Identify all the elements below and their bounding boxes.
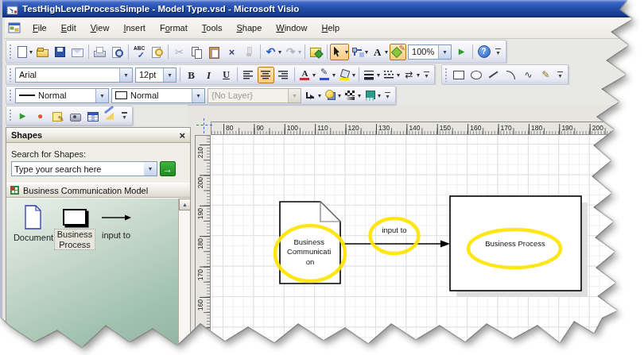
menu-insert[interactable]: Insert <box>116 20 153 36</box>
zoom-level-combo[interactable]: 100%▾ <box>408 44 452 60</box>
connector-tool-button[interactable]: ▾ <box>350 44 369 60</box>
spelling-button[interactable] <box>131 44 148 60</box>
chevron-down-icon[interactable]: ▾ <box>318 92 321 99</box>
chevron-down-icon[interactable]: ▾ <box>397 71 400 79</box>
search-dropdown-button[interactable]: ▾ <box>144 161 157 176</box>
print-button[interactable] <box>91 44 108 60</box>
text-color-button[interactable]: A▾ <box>297 67 316 83</box>
menu-file[interactable]: File <box>25 20 54 36</box>
chevron-down-icon[interactable]: ▾ <box>119 68 132 82</box>
chevron-down-icon[interactable]: ▾ <box>278 48 281 56</box>
bold-button[interactable]: B <box>183 67 200 83</box>
menu-window[interactable]: Window <box>269 20 314 36</box>
rectangle-tool-button[interactable] <box>450 67 467 83</box>
chevron-down-icon[interactable]: ▾ <box>312 71 316 79</box>
fill-style-combo[interactable]: Normal▾ <box>111 88 205 103</box>
master-business-process[interactable]: Business Process <box>54 205 95 250</box>
redo-button[interactable]: ↷▾ <box>283 44 302 60</box>
line-style-combo[interactable]: Normal▾ <box>15 88 109 103</box>
font-size-combo[interactable]: 12pt▾ <box>135 68 177 83</box>
measure-button[interactable] <box>102 107 118 124</box>
chevron-down-icon[interactable]: ▾ <box>338 92 341 99</box>
help-button[interactable] <box>475 44 492 60</box>
chevron-down-icon[interactable]: ▾ <box>298 48 301 56</box>
layer-combo[interactable]: {No Layer}▾ <box>208 88 301 103</box>
chevron-down-icon[interactable]: ▾ <box>377 71 380 79</box>
chevron-down-icon[interactable]: ▾ <box>365 48 368 56</box>
vertical-ruler[interactable]: 210200190180170160150 <box>195 135 211 355</box>
shapes-window-button[interactable] <box>308 44 324 60</box>
master-document[interactable]: Document <box>13 205 54 243</box>
chevron-down-icon[interactable]: ▾ <box>352 71 355 79</box>
align-center-button[interactable] <box>258 67 274 83</box>
transparency-button[interactable]: ▾ <box>363 87 382 104</box>
play-button[interactable]: ▶ <box>453 44 470 60</box>
mail-button[interactable] <box>69 44 86 60</box>
toolbar-drag-handle[interactable] <box>9 44 12 60</box>
align-right-button[interactable] <box>275 67 292 83</box>
master-input-to[interactable]: input to <box>95 205 137 241</box>
chevron-down-icon[interactable]: ▾ <box>332 71 336 79</box>
chevron-down-icon[interactable]: ▾ <box>385 48 388 56</box>
line-weight-button[interactable]: ▾ <box>362 67 381 83</box>
underline-button[interactable]: U <box>218 67 235 83</box>
record-button[interactable]: ● <box>32 107 48 124</box>
shape-order-button[interactable]: ▾ <box>323 87 342 104</box>
shapes-panel-header[interactable]: Shapes × <box>6 128 190 143</box>
new-document-button[interactable]: ▾ <box>14 44 33 60</box>
scroll-up-icon[interactable]: ▲ <box>179 199 191 210</box>
line-jump-style-button[interactable]: ▾ <box>303 87 322 104</box>
pointer-tool-button[interactable]: ▾ <box>330 44 349 60</box>
toolbar-drag-handle[interactable] <box>9 68 12 82</box>
menu-edit[interactable]: Edit <box>54 20 83 36</box>
chevron-down-icon[interactable]: ▾ <box>345 48 348 56</box>
paste-button[interactable] <box>206 44 223 60</box>
line-pattern-button[interactable]: ▾ <box>382 67 401 83</box>
close-icon[interactable]: × <box>179 129 185 141</box>
align-left-button[interactable] <box>240 67 257 83</box>
drawing-canvas[interactable]: Business Process input to Business Commu… <box>211 135 644 355</box>
formatting-toolbar-options[interactable]: ▾ <box>421 67 432 83</box>
ellipse-tool-button[interactable] <box>467 67 484 83</box>
chevron-down-icon[interactable]: ▾ <box>288 89 301 102</box>
chevron-down-icon[interactable]: ▾ <box>192 89 204 102</box>
menu-format[interactable]: Format <box>153 20 195 36</box>
fill-color-button[interactable]: ▾ <box>337 67 356 83</box>
chevron-down-icon[interactable]: ▾ <box>417 71 420 79</box>
toolbar-drag-handle[interactable] <box>444 68 448 82</box>
pencil-tool-button[interactable]: ✎ <box>537 67 554 83</box>
menu-shape[interactable]: Shape <box>229 20 269 36</box>
line-color-button[interactable]: ▾ <box>317 67 336 83</box>
actions-toolbar-options[interactable]: ▾ <box>119 108 130 124</box>
chevron-down-icon[interactable]: ▾ <box>358 92 361 99</box>
save-button[interactable] <box>52 44 68 60</box>
drawing-tools-button[interactable] <box>390 44 406 60</box>
text-tool-button[interactable]: A▾ <box>370 44 389 60</box>
chevron-down-icon[interactable]: ▾ <box>95 89 108 102</box>
camera-button[interactable] <box>67 107 83 124</box>
chevron-down-icon[interactable]: ▾ <box>438 45 451 59</box>
note-button[interactable] <box>49 107 66 124</box>
shape-search-input[interactable] <box>11 161 145 176</box>
chevron-down-icon[interactable]: ▾ <box>163 68 176 82</box>
copy-button[interactable] <box>188 44 205 60</box>
search-go-button[interactable]: → <box>160 161 176 176</box>
print-preview-button[interactable] <box>109 44 126 60</box>
find-button[interactable] <box>149 44 165 60</box>
datasheet-button[interactable] <box>84 107 101 124</box>
cut-button[interactable]: ✂ <box>171 44 188 60</box>
font-name-combo[interactable]: Arial▾ <box>15 68 133 83</box>
line-tool-button[interactable] <box>485 67 502 83</box>
italic-button[interactable]: I <box>200 67 217 83</box>
menu-view[interactable]: View <box>83 20 117 36</box>
chevron-down-icon[interactable]: ▾ <box>29 48 33 56</box>
stencil-scrollbar[interactable]: ▲ <box>178 199 190 354</box>
menu-tools[interactable]: Tools <box>195 20 230 36</box>
run-button[interactable]: ▶ <box>14 107 31 124</box>
undo-button[interactable]: ↶▾ <box>263 44 282 60</box>
toolbar-drag-handle[interactable] <box>9 89 12 102</box>
line-ends-button[interactable]: ⇄▾ <box>402 67 421 83</box>
standard-toolbar-options[interactable]: ▾ <box>493 44 503 60</box>
open-button[interactable] <box>34 44 51 60</box>
stencil-title-bar[interactable]: Business Communication Model <box>6 183 190 198</box>
